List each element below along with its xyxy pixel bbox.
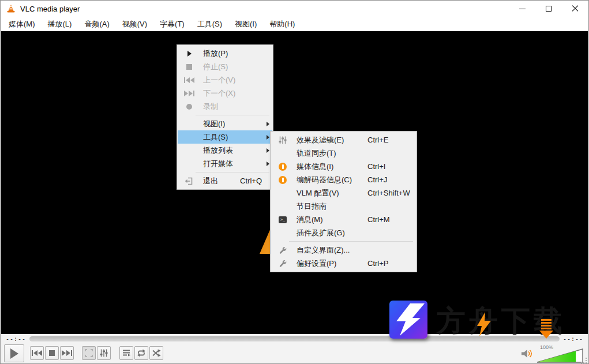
menubar-item-2[interactable]: 播放(L) [42,17,78,32]
menu-item[interactable]: 退出Ctrl+Q [178,174,272,187]
menu-item-label: 媒体信息(I) [297,162,367,172]
resize-grip[interactable] [581,358,587,363]
menu-item[interactable]: 节目指南 [271,200,416,213]
equalizer-icon [276,136,290,144]
speaker-icon [521,348,534,359]
mute-button[interactable] [521,348,534,361]
menu-item-label: 播放列表 [203,145,233,156]
menu-item-shortcut: Ctrl+M [367,215,416,224]
menu-item-shortcut: Ctrl+I [367,162,416,171]
menubar-item-7[interactable]: 视图(I) [228,17,263,32]
next-icon [182,91,196,96]
stop-icon [182,64,196,70]
menu-item[interactable]: >_消息(M)Ctrl+M [271,213,416,226]
menu-item-label: 停止(S) [203,62,228,72]
info-icon [276,163,290,171]
tools-submenu: 效果及滤镜(E)Ctrl+E轨道同步(T)媒体信息(I)Ctrl+I编解码器信息… [270,131,417,272]
context-menu: 播放(P)停止(S)上一个(V)下一个(X)录制视图(I)工具(S)播放列表打开… [177,44,273,190]
play-icon [182,51,196,57]
window-controls [509,1,588,17]
watermark-text: 方舟下载 [437,302,589,340]
menu-item-label: VLM 配置(V) [297,188,367,198]
menu-item[interactable]: 下一个(X) [178,87,272,100]
menu-item-label: 工具(S) [203,132,228,142]
menu-item[interactable]: 录制 [178,100,272,113]
extended-settings-button[interactable] [97,346,111,360]
playlist-button[interactable] [119,346,133,360]
menu-item[interactable]: 打开媒体 [178,157,272,170]
menu-item-shortcut: Ctrl+J [367,175,416,184]
elapsed-time: --:-- [6,336,26,342]
menu-item-label: 效果及滤镜(E) [297,135,367,145]
play-button[interactable] [4,344,24,362]
menu-item-label: 轨道同步(T) [297,148,367,159]
menu-item-label: 插件及扩展(G) [297,228,367,238]
next-button[interactable] [60,346,74,360]
menu-separator [289,241,413,242]
maximize-button[interactable] [535,1,562,17]
menu-separator [196,115,269,115]
menu-item[interactable]: 偏好设置(P)Ctrl+P [271,257,416,270]
menu-item[interactable]: 上一个(V) [178,73,272,87]
menu-item[interactable]: VLM 配置(V)Ctrl+Shift+W [271,186,416,200]
menu-item-shortcut: Ctrl+P [367,259,416,268]
menu-item-label: 上一个(V) [203,75,235,85]
menubar-item-3[interactable]: 音频(A) [78,17,115,32]
menu-item-label: 自定义界面(Z)... [297,245,367,256]
menubar-item-1[interactable]: 媒体(M) [2,17,42,32]
menu-item-label: 下一个(X) [203,88,235,99]
download-arrow-icon [539,319,553,339]
menu-item[interactable]: 轨道同步(T) [271,147,416,160]
menu-item[interactable]: 播放列表 [178,144,272,157]
menu-item-label: 节目指南 [297,201,367,212]
menubar-item-8[interactable]: 帮助(H) [263,17,301,32]
menu-item-label: 视图(I) [203,119,225,129]
vlc-window: VLC media player 媒体(M)播放(L)音频(A)视频(V)字幕(… [0,0,589,364]
random-button[interactable] [149,346,163,360]
loop-icon [137,349,146,357]
info-icon [276,176,290,184]
titlebar: VLC media player [1,1,588,17]
vlc-cone-icon [6,4,16,13]
play-icon [10,348,18,359]
menu-item[interactable]: 停止(S) [178,60,272,73]
menu-item[interactable]: 编解码器信息(C)Ctrl+J [271,173,416,186]
minimize-icon [519,9,526,9]
menu-item[interactable]: 媒体信息(I)Ctrl+I [271,160,416,173]
stop-icon [49,350,55,356]
menu-item-label: 打开媒体 [203,159,233,169]
ark-download-logo [389,301,427,339]
menu-item[interactable]: 效果及滤镜(E)Ctrl+E [271,133,416,147]
menu-item-label: 退出 [203,176,218,186]
menubar-item-4[interactable]: 视频(V) [116,17,153,32]
menu-item[interactable]: 插件及扩展(G) [271,226,416,239]
menu-item-shortcut: Ctrl+Q [240,177,262,185]
menu-item[interactable]: 自定义界面(Z)... [271,243,416,257]
wrench-icon [276,246,290,254]
equalizer-icon [100,349,108,357]
maximize-icon [546,6,552,12]
loop-button[interactable] [134,346,148,360]
window-title: VLC media player [20,5,80,13]
menu-item-label: 偏好设置(P) [297,258,367,269]
exit-icon [182,177,196,185]
menubar-item-5[interactable]: 字幕(T) [153,17,191,32]
next-icon [62,350,72,356]
previous-icon [182,77,196,83]
menu-item[interactable]: 视图(I) [178,117,272,130]
shuffle-icon [152,349,161,357]
menu-item[interactable]: 播放(P) [178,47,272,60]
submenu-arrow-icon [263,122,272,126]
menu-item[interactable]: 工具(S) [178,130,272,144]
volume-slider[interactable] [537,348,584,363]
close-button[interactable] [562,1,588,17]
previous-button[interactable] [30,346,44,360]
minimize-button[interactable] [509,1,535,17]
close-icon [572,5,579,12]
wrench-icon [276,260,290,268]
menu-separator [196,172,269,172]
menu-item-label: 播放(P) [203,48,228,59]
menubar-item-6[interactable]: 工具(S) [191,17,228,32]
stop-button[interactable] [45,346,59,360]
fullscreen-button[interactable] [82,346,96,360]
